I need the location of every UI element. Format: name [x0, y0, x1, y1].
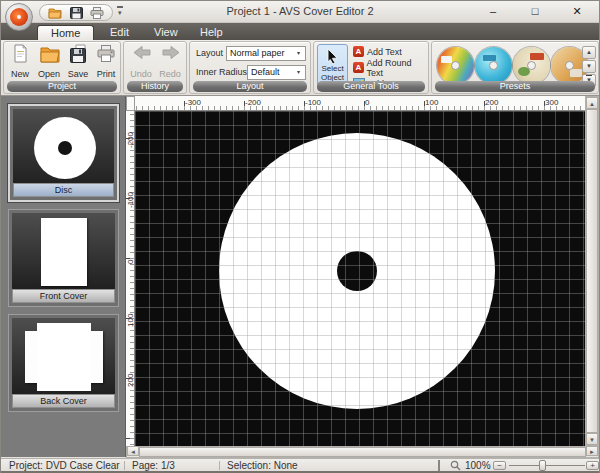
group-label-project: Project	[7, 81, 117, 92]
app-window: ▾ Project 1 - AVS Cover Editor 2 – □ ✕ H…	[0, 0, 600, 473]
app-logo-icon[interactable]	[5, 3, 33, 31]
menu-tab-bar: Home Edit View Help	[1, 23, 599, 40]
presets-scroll-down-icon[interactable]: ▼	[582, 60, 596, 73]
back-cover-thumbnail	[12, 318, 115, 396]
horizontal-ruler: -300 -200 -100 0 100 200 300	[135, 96, 585, 111]
preset-label-chip	[441, 56, 452, 63]
open-button[interactable]: Open	[35, 44, 63, 82]
app-logo-dot	[17, 15, 21, 19]
tab-home[interactable]: Home	[37, 25, 94, 40]
preset-hole	[489, 61, 498, 70]
inner-radius-field-label: Inner Radius	[196, 65, 247, 80]
tab-view[interactable]: View	[141, 25, 191, 40]
front-cover-page	[41, 218, 87, 286]
front-cover-label: Front Cover	[12, 289, 115, 303]
vertical-scroll-thumb[interactable]	[586, 109, 598, 433]
preset-hole	[451, 61, 460, 70]
zoom-in-button[interactable]: +	[586, 461, 599, 470]
preset-photo-chip	[570, 69, 582, 77]
group-general-tools: Select Object A Add Text A Add Round Tex…	[313, 41, 429, 94]
disc-preset-rainbow[interactable]	[437, 47, 474, 84]
disc-object[interactable]	[219, 133, 495, 409]
status-bar: Project: DVD Case Clear Page: 1/3 Select…	[1, 458, 599, 471]
hruler-label: 200	[485, 98, 498, 107]
vruler-label: 200	[126, 370, 135, 390]
front-cover-thumbnail	[12, 213, 115, 291]
layout-field-label: Layout	[196, 46, 223, 61]
vruler-label: 100	[126, 310, 135, 330]
scroll-right-icon[interactable]: ►	[586, 446, 598, 456]
redo-button[interactable]: Redo ▾	[156, 44, 184, 82]
pages-sidebar: Disc Front Cover Back Cover	[1, 96, 126, 457]
horizontal-scroll-thumb[interactable]	[139, 447, 586, 457]
add-round-text-icon: A	[353, 62, 364, 73]
disc-preset-blue[interactable]	[475, 47, 512, 84]
vruler-label: -100	[126, 190, 135, 210]
hruler-label: 300	[545, 98, 558, 107]
tab-edit[interactable]: Edit	[97, 25, 142, 40]
magnifier-icon	[450, 460, 461, 471]
group-label-history: History	[127, 81, 183, 92]
zoom-slider-thumb[interactable]	[539, 460, 546, 471]
sidebar-item-front-cover[interactable]: Front Cover	[8, 209, 119, 307]
vertical-scrollbar[interactable]: ▲ ▼	[585, 96, 599, 446]
disc-thumbnail	[13, 109, 114, 187]
group-label-layout: Layout	[193, 81, 307, 92]
inner-radius-combobox[interactable]: Default ▾	[247, 65, 306, 80]
minimize-button[interactable]: –	[473, 1, 513, 22]
sidebar-item-back-cover[interactable]: Back Cover	[8, 314, 119, 412]
vruler-label: 0	[126, 252, 135, 272]
scroll-left-icon[interactable]: ◄	[127, 446, 139, 456]
print-printer-icon	[96, 44, 116, 63]
hruler-label: -100	[305, 98, 321, 107]
design-canvas[interactable]	[135, 111, 585, 446]
zoom-section-divider	[438, 460, 440, 471]
back-cover-page	[37, 323, 91, 391]
save-button[interactable]: Save	[64, 44, 92, 82]
status-divider	[124, 461, 125, 470]
group-presets: ▲ ▼ ▼ Presets	[431, 41, 599, 94]
disc-thumb-disc	[34, 117, 96, 179]
new-button[interactable]: New ▾	[6, 44, 34, 82]
close-button[interactable]: ✕	[557, 1, 597, 22]
add-text-icon: A	[353, 46, 364, 57]
redo-arrow-icon	[160, 44, 180, 63]
preset-hole	[565, 61, 574, 70]
vruler-label: -200	[126, 130, 135, 150]
cursor-arrow-icon	[325, 48, 340, 64]
open-folder-icon	[39, 44, 59, 63]
save-floppy-icon	[68, 44, 88, 63]
hruler-label: 0	[365, 98, 369, 107]
zoom-slider-track[interactable]	[509, 465, 585, 466]
horizontal-scrollbar[interactable]: ◄ ►	[126, 446, 599, 458]
undo-arrow-icon	[131, 44, 151, 63]
undo-button[interactable]: Undo ▾	[127, 44, 155, 82]
scroll-down-icon[interactable]: ▼	[586, 433, 598, 445]
add-round-text-button[interactable]: A Add Round Text	[353, 61, 428, 74]
disc-label: Disc	[13, 183, 114, 197]
layout-combo-arrow-icon[interactable]: ▾	[293, 47, 304, 60]
disc-preset-travel[interactable]	[513, 47, 550, 84]
preset-label-chip	[530, 53, 544, 60]
maximize-button[interactable]: □	[515, 1, 555, 22]
zoom-out-button[interactable]: −	[493, 461, 506, 470]
disc-thumb-hole	[58, 141, 72, 155]
group-history: Undo ▾ Redo ▾ History	[123, 41, 187, 94]
add-text-button[interactable]: A Add Text	[353, 45, 402, 58]
preset-hole	[527, 61, 536, 70]
disc-center-hole	[337, 251, 377, 291]
scroll-up-icon[interactable]: ▲	[586, 97, 598, 109]
layout-combobox[interactable]: Normal paper ▾	[226, 46, 306, 61]
group-layout: Layout Normal paper ▾ Inner Radius Defau…	[189, 41, 311, 94]
sidebar-item-disc[interactable]: Disc	[8, 104, 119, 202]
tab-help[interactable]: Help	[187, 25, 236, 40]
hruler-label: -200	[245, 98, 261, 107]
ruler-corner	[126, 96, 135, 111]
back-cover-label: Back Cover	[12, 394, 115, 408]
inner-radius-combo-arrow-icon[interactable]: ▾	[293, 66, 304, 79]
print-button[interactable]: Print	[92, 44, 120, 82]
hruler-label: -300	[185, 98, 201, 107]
status-divider	[219, 461, 220, 470]
presets-scroll-up-icon[interactable]: ▲	[582, 46, 596, 59]
group-project: New ▾ Open Save Print Proj	[3, 41, 121, 94]
